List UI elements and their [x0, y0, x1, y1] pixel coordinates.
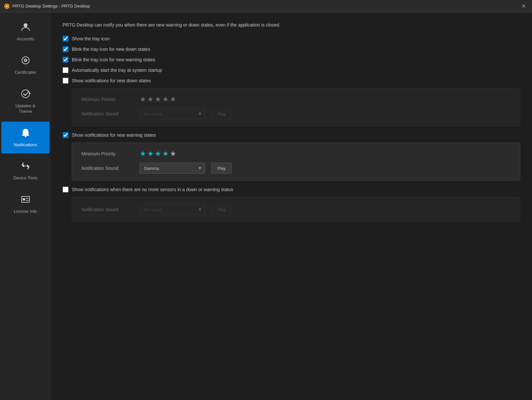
notify-cleared-row: Show notifications when there are no mor… — [63, 187, 520, 192]
down-sound-label: Notification Sound — [81, 111, 134, 116]
title-bar: PRTG Desktop Settings - PRTG Desktop ✕ — [0, 0, 532, 12]
sidebar-item-updates-theme-label: Updates &Theme — [15, 103, 35, 114]
down-star-3: ★ — [155, 95, 161, 104]
warning-star-4: ★ — [162, 150, 169, 158]
down-sound-play-button[interactable]: Play — [211, 108, 232, 119]
notify-down-row: Show notifications for new down states — [63, 78, 520, 84]
sidebar-item-notifications[interactable]: Notifications — [1, 122, 49, 154]
sidebar-item-updates-theme[interactable]: Updates &Theme — [1, 83, 49, 120]
sidebar-item-license-info[interactable]: License Info — [1, 188, 49, 220]
down-sound-select[interactable]: No sound Gamma Alert Chime — [140, 108, 205, 119]
sidebar: Accounts Certificates — [0, 12, 51, 400]
warning-star-1: ★ — [140, 150, 146, 158]
auto-start-checkbox[interactable] — [63, 67, 69, 73]
auto-start-label: Automatically start the tray at system s… — [72, 68, 162, 73]
sidebar-item-certificates[interactable]: Certificates — [1, 49, 49, 81]
cleared-panel: Notification Sound No sound Gamma Alert … — [72, 197, 520, 222]
title-bar-title: PRTG Desktop Settings - PRTG Desktop — [12, 4, 90, 9]
sidebar-item-device-tools[interactable]: Device Tools — [1, 155, 49, 187]
cleared-sound-select[interactable]: No sound Gamma Alert Chime — [140, 204, 205, 215]
warning-sound-play-button[interactable]: Play — [211, 163, 232, 174]
close-button[interactable]: ✕ — [519, 2, 528, 11]
warning-star-5: ★ — [170, 150, 176, 158]
svg-rect-8 — [25, 136, 27, 137]
svg-point-2 — [6, 5, 8, 7]
notify-warning-checkbox[interactable] — [63, 132, 69, 138]
cleared-sound-play-button[interactable]: Play — [211, 204, 232, 215]
warning-sound-row: Notification Sound No sound Gamma Alert … — [81, 163, 511, 174]
svg-point-11 — [23, 198, 25, 201]
license-info-icon — [20, 194, 31, 206]
down-sound-row: Notification Sound No sound Gamma Alert … — [81, 108, 511, 119]
device-tools-icon — [20, 161, 31, 173]
warning-sound-select[interactable]: No sound Gamma Alert Chime — [140, 163, 205, 174]
svg-point-3 — [24, 23, 28, 27]
warning-priority-row: Minimum Priority ★ ★ ★ ★ ★ — [81, 150, 511, 158]
warning-sound-dropdown-wrap: No sound Gamma Alert Chime ▼ — [140, 163, 205, 174]
blink-down-row: Blink the tray icon for new down states — [63, 46, 520, 52]
updates-theme-icon — [20, 89, 31, 101]
auto-start-row: Automatically start the tray at system s… — [63, 67, 520, 73]
app-body: Accounts Certificates — [0, 12, 532, 400]
down-states-panel: Minimum Priority ★ ★ ★ ★ ★ Notification … — [72, 88, 520, 126]
notify-down-checkbox[interactable] — [63, 78, 69, 84]
certificates-icon — [20, 55, 31, 67]
down-sound-dropdown-wrap: No sound Gamma Alert Chime ▼ — [140, 108, 205, 119]
warning-star-3: ★ — [155, 150, 161, 158]
notify-warning-label: Show notifications for new warning state… — [72, 132, 156, 138]
sidebar-item-device-tools-label: Device Tools — [13, 175, 37, 181]
warning-star-2: ★ — [147, 150, 154, 158]
cleared-sound-label: Notification Sound — [81, 207, 134, 212]
cleared-sound-row: Notification Sound No sound Gamma Alert … — [81, 204, 511, 215]
notifications-icon — [20, 128, 31, 140]
blink-warning-label: Blink the tray icon for new warning stat… — [72, 57, 155, 62]
notify-cleared-checkbox[interactable] — [63, 187, 69, 192]
cleared-sound-dropdown-wrap: No sound Gamma Alert Chime ▼ — [140, 204, 205, 215]
blink-warning-row: Blink the tray icon for new warning stat… — [63, 57, 520, 63]
app-logo-icon — [4, 3, 10, 9]
warning-min-priority-label: Minimum Priority — [81, 151, 134, 156]
down-priority-row: Minimum Priority ★ ★ ★ ★ ★ — [81, 95, 511, 104]
sidebar-item-certificates-label: Certificates — [15, 70, 36, 75]
sidebar-item-accounts[interactable]: Accounts — [1, 16, 49, 48]
show-tray-checkbox[interactable] — [63, 36, 69, 42]
down-stars: ★ ★ ★ ★ ★ — [140, 95, 176, 104]
down-star-4: ★ — [162, 95, 169, 104]
title-bar-left: PRTG Desktop Settings - PRTG Desktop — [4, 3, 90, 9]
sidebar-item-notifications-label: Notifications — [14, 142, 37, 148]
warning-states-panel: Minimum Priority ★ ★ ★ ★ ★ Notification … — [72, 143, 520, 181]
intro-text: PRTG Desktop can notify you when there a… — [63, 22, 520, 29]
down-star-2: ★ — [147, 95, 154, 104]
show-tray-row: Show the tray icon — [63, 36, 520, 42]
show-tray-label: Show the tray icon — [72, 36, 109, 41]
content-area: PRTG Desktop can notify you when there a… — [51, 12, 532, 400]
notify-down-label: Show notifications for new down states — [72, 78, 151, 83]
down-star-5: ★ — [170, 95, 176, 104]
blink-down-label: Blink the tray icon for new down states — [72, 47, 150, 52]
warning-sound-label: Notification Sound — [81, 166, 134, 171]
blink-down-checkbox[interactable] — [63, 46, 69, 52]
svg-point-6 — [25, 60, 26, 61]
warning-stars: ★ ★ ★ ★ ★ — [140, 150, 176, 158]
down-star-1: ★ — [140, 95, 146, 104]
sidebar-item-license-info-label: License Info — [14, 209, 37, 214]
accounts-icon — [20, 22, 31, 34]
down-min-priority-label: Minimum Priority — [81, 97, 134, 102]
notify-warning-row: Show notifications for new warning state… — [63, 132, 520, 138]
blink-warning-checkbox[interactable] — [63, 57, 69, 63]
sidebar-item-accounts-label: Accounts — [17, 36, 34, 42]
notify-cleared-label: Show notifications when there are no mor… — [72, 187, 233, 192]
